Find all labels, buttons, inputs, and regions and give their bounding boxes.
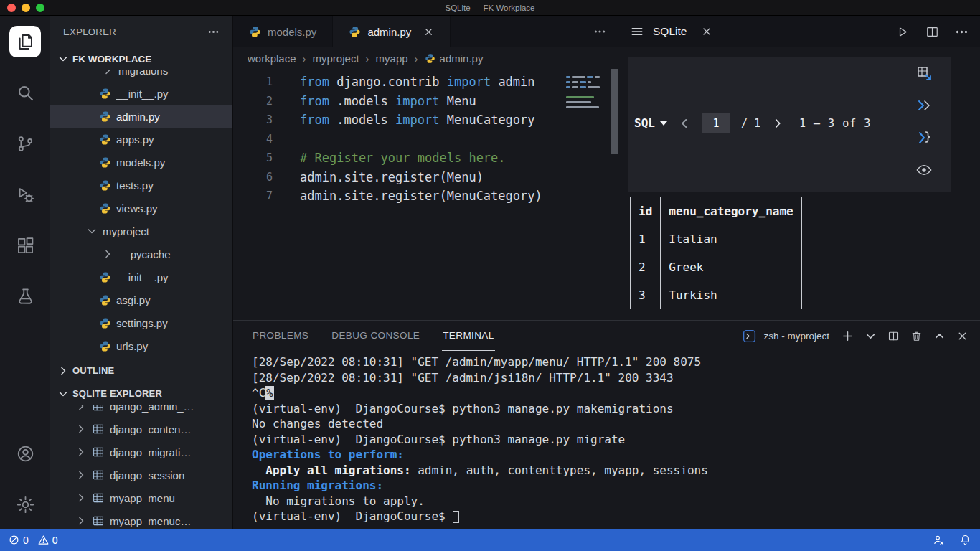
folder-item-migrations[interactable]: migrations	[50, 70, 232, 82]
warning-icon	[38, 534, 49, 545]
code-line-2[interactable]: 2from .models import Menu	[233, 92, 618, 111]
file-item-__init__.py[interactable]: __init__.py	[50, 82, 232, 105]
sql-arrows-icon[interactable]	[915, 97, 933, 114]
editor-more-actions-icon[interactable]	[593, 25, 606, 38]
terminal-profile-icon[interactable]	[742, 329, 757, 344]
file-item-urls.py[interactable]: urls.py	[50, 334, 232, 357]
table-row[interactable]: 1Italian	[631, 225, 802, 253]
explorer-more-actions-icon[interactable]	[207, 26, 220, 38]
table-row[interactable]: 3Turkish	[631, 281, 802, 309]
code-line-3[interactable]: 3from .models import MenuCategory	[233, 110, 618, 130]
export-results-icon[interactable]	[915, 65, 933, 82]
prev-page-icon[interactable]	[678, 117, 691, 130]
panel-tab-terminal[interactable]: TERMINAL	[442, 321, 494, 351]
breadcrumb-separator: ›	[303, 52, 306, 65]
line-number: 2	[233, 92, 273, 111]
add-terminal-icon[interactable]	[842, 330, 854, 342]
terminal-content[interactable]: [28/Sep/2022 08:10:31] "GET /admin/myapp…	[233, 351, 980, 529]
tab-models.py[interactable]: models.py	[233, 16, 333, 47]
activitybar-search-icon[interactable]	[9, 77, 41, 108]
result-side-actions	[915, 65, 933, 179]
tab-admin.py[interactable]: admin.py	[333, 16, 451, 47]
brace-arrow-icon[interactable]	[915, 129, 933, 146]
table-item-django_conten…[interactable]: django_conten…	[50, 418, 232, 441]
close-sqlite-panel-icon[interactable]	[701, 26, 712, 37]
terminal-dropdown-icon[interactable]	[864, 330, 877, 342]
activitybar-extensions-icon[interactable]	[9, 230, 41, 261]
minimize-window-button[interactable]	[22, 4, 30, 12]
zoom-window-button[interactable]	[36, 4, 44, 12]
problems-status[interactable]: 0 0	[9, 534, 58, 546]
eye-icon[interactable]	[915, 161, 933, 179]
feedback-person-icon[interactable]	[933, 534, 945, 546]
code-line-5[interactable]: 5# Register your models here.	[233, 149, 618, 168]
split-terminal-icon[interactable]	[887, 330, 900, 342]
table-tree-viewport: django_admin_…django_conten…django_migra…	[50, 405, 232, 529]
file-item-settings.py[interactable]: settings.py	[50, 311, 232, 334]
breadcrumb-admin.py[interactable]: admin.py	[425, 52, 484, 65]
activitybar-run-debug-icon[interactable]	[9, 179, 41, 210]
activitybar-source-control-icon[interactable]	[9, 128, 41, 159]
file-item-tests.py[interactable]: tests.py	[50, 174, 232, 197]
table-item-myapp_menuc…[interactable]: myapp_menuc…	[50, 509, 232, 529]
code-line-7[interactable]: 7admin.site.register(MenuCategory)	[233, 187, 618, 206]
code-editor[interactable]: 1from django.contrib import admin2from .…	[233, 69, 618, 320]
outline-section-header[interactable]: OUTLINE	[50, 359, 232, 382]
code-line-6[interactable]: 6admin.site.register(Menu)	[233, 168, 618, 187]
activitybar-testing-icon[interactable]	[9, 281, 41, 312]
table-item-django_session[interactable]: django_session	[50, 463, 232, 486]
item-label: settings.py	[116, 317, 168, 329]
split-editor-icon[interactable]	[925, 25, 939, 39]
table-item-django_admin_…[interactable]: django_admin_…	[50, 405, 232, 418]
breadcrumb-workplace[interactable]: workplace	[248, 52, 296, 65]
next-page-icon[interactable]	[771, 117, 784, 130]
close-tab-icon[interactable]	[423, 27, 434, 37]
more-actions-icon[interactable]	[955, 25, 969, 39]
item-label: migrations	[118, 70, 168, 77]
code-line-4[interactable]: 4	[233, 130, 618, 149]
folder-item-__pycache__[interactable]: __pycache__	[50, 242, 232, 265]
file-item-asgi.py[interactable]: asgi.py	[50, 288, 232, 311]
terminal-line: (virtual-env) Django​Course$ python3 man…	[252, 432, 980, 448]
file-item-models.py[interactable]: models.py	[50, 151, 232, 174]
page-number-input[interactable]: 1	[702, 113, 730, 133]
breadcrumb-myapp[interactable]: myapp	[376, 52, 408, 65]
table-item-django_migrati…[interactable]: django_migrati…	[50, 441, 232, 463]
panel-action-icons	[842, 330, 969, 342]
activitybar-settings-gear-icon[interactable]	[9, 489, 41, 520]
item-label: django_admin_…	[110, 405, 194, 413]
close-window-button[interactable]	[7, 4, 16, 12]
terminal-shell-label[interactable]: zsh - myproject	[763, 331, 829, 342]
file-item-apps.py[interactable]: apps.py	[50, 128, 232, 151]
page-total-label: / 1	[741, 117, 760, 130]
terminal-line: ^C%	[252, 385, 980, 401]
workspace-root-folder[interactable]: FK WORKPLACE	[50, 47, 232, 70]
breadcrumb-myproject[interactable]: myproject	[313, 52, 359, 65]
panel-tab-problems[interactable]: PROBLEMS	[252, 321, 309, 351]
code-line-1[interactable]: 1from django.contrib import admin	[233, 72, 618, 92]
run-query-icon[interactable]	[896, 25, 910, 39]
table-row[interactable]: 2Greek	[631, 253, 802, 281]
folder-item-myproject[interactable]: myproject	[50, 220, 232, 242]
terminal-line: (virtual-env) DjangoCourse$ python3 mana…	[252, 401, 980, 417]
item-label: myproject	[103, 225, 149, 237]
editor-scrollbar[interactable]	[611, 69, 618, 154]
breadcrumb: workplace›myproject›myapp›admin.py	[233, 47, 618, 69]
activitybar-files-icon[interactable]	[9, 26, 41, 57]
sqlite-explorer-section-header[interactable]: SQLITE EXPLORER	[50, 382, 232, 405]
chevron-right-icon	[102, 70, 113, 76]
panel-tab-debug-console[interactable]: DEBUG CONSOLE	[331, 321, 420, 351]
panel-close-icon[interactable]	[956, 330, 969, 342]
table-item-myapp_menu[interactable]: myapp_menu	[50, 486, 232, 509]
file-item-views.py[interactable]: views.py	[50, 197, 232, 220]
notifications-bell-icon[interactable]	[959, 534, 971, 546]
sql-dropdown[interactable]: SQL	[634, 116, 667, 130]
file-item-admin.py[interactable]: admin.py	[50, 105, 232, 128]
activitybar-account-icon[interactable]	[9, 438, 41, 469]
hamburger-menu-icon[interactable]	[630, 24, 644, 39]
error-icon	[9, 534, 19, 545]
minimap[interactable]	[566, 76, 608, 111]
kill-terminal-icon[interactable]	[910, 330, 923, 342]
file-item-__init__.py[interactable]: __init__.py	[50, 265, 232, 288]
panel-maximize-icon[interactable]	[933, 330, 946, 342]
